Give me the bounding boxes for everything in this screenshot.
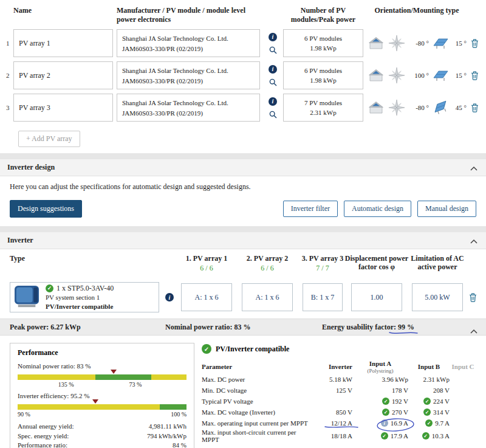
compatibility-panel: PV/Inverter compatible Parameter Inverte… [202, 343, 476, 448]
gauge-tick: 73 % [129, 381, 142, 388]
collapse-button[interactable] [470, 164, 477, 173]
trash-icon [469, 292, 477, 302]
gauge-marker [92, 399, 98, 404]
ac-limit-input[interactable]: 5.00 kW [412, 283, 463, 311]
peak-power: 1.98 kWp [310, 75, 336, 86]
house-icon [367, 68, 385, 83]
nominal-ratio-summary: Nominal power ratio: 83 % [165, 323, 250, 332]
performance-title: Performance [18, 348, 187, 357]
orientation-cell: 100 ° 15 ° [366, 67, 468, 84]
module-type: JAM60S03-330/PR (02/2019) [122, 44, 255, 54]
nominal-ratio-gauge [18, 374, 187, 380]
col-array1-count: 6 / 6 [200, 264, 213, 273]
module-type: JAM60S03-330/PR (02/2019) [122, 108, 255, 119]
inverter-design-description: Here you can adjust the specifications f… [10, 182, 476, 191]
col-header-name: Name [13, 6, 117, 15]
inverter-design-header: Inverter design [0, 159, 486, 176]
inverter-model: 1 x STP5.0-3AV-40 [56, 283, 114, 293]
compat-row: Typical PV voltage 192 V 224 V [202, 396, 476, 407]
cos-phi-input[interactable]: 1.00 [351, 283, 402, 311]
design-suggestions-button[interactable]: Design suggestions [10, 200, 82, 218]
info-icon[interactable] [269, 97, 277, 106]
summary-bar: Peak power: 6.27 kWp Nominal power ratio… [0, 319, 486, 336]
col-input-c: Input C [450, 363, 476, 371]
pv-array-section: Name Manufacturer / PV module / module l… [0, 0, 486, 153]
pen-underline-annotation [389, 331, 418, 336]
inverter-title: Inverter [7, 236, 33, 244]
col-array2-count: 6 / 6 [261, 264, 273, 273]
automatic-design-button[interactable]: Automatic design [344, 201, 411, 217]
pv-array-name-input[interactable] [13, 29, 113, 57]
row-index: 3 [5, 104, 13, 111]
module-selector[interactable]: Shanghai JA Solar Technology Co. Ltd. JA… [117, 94, 260, 122]
inverter-design-title: Inverter design [7, 163, 55, 171]
peak-power: 1.98 kWp [310, 43, 336, 53]
pv-design-app: Name Manufacturer / PV module / module l… [0, 0, 486, 448]
check-icon [423, 398, 431, 405]
delete-row-button[interactable] [468, 38, 481, 48]
azimuth-value: -80 ° [408, 40, 429, 47]
compass-icon [388, 35, 405, 52]
gauge-tick: 100 % [171, 411, 187, 418]
module-type: JAM60S03-330/PR (02/2019) [122, 76, 255, 86]
gauge-tick: 135 % [58, 381, 74, 388]
orientation-cell: -80 ° 45 ° [366, 99, 468, 116]
check-icon [381, 432, 388, 439]
info-icon[interactable] [165, 293, 174, 302]
array3-assignment[interactable]: B: 1 x 7 [303, 283, 343, 311]
info-icon[interactable] [269, 65, 277, 74]
search-icon[interactable] [269, 111, 277, 119]
search-icon[interactable] [269, 78, 277, 86]
delete-row-button[interactable] [468, 103, 481, 112]
col-input-a-sub: (Polystring) [352, 368, 408, 374]
inverter-table-header: Type 1. PV array 1 6 / 6 2. PV array 2 6… [0, 249, 486, 278]
usability-summary: Energy usability factor: 99 % [322, 323, 414, 332]
pv-array-name-input[interactable] [13, 94, 113, 122]
check-icon [423, 408, 431, 416]
collapse-button[interactable] [470, 325, 477, 336]
row-index: 2 [5, 72, 13, 79]
add-pv-array-button[interactable]: + Add PV array [18, 131, 80, 147]
search-icon[interactable] [269, 46, 277, 54]
check-icon [382, 398, 389, 405]
module-selector[interactable]: Shanghai JA Solar Technology Co. Ltd. JA… [117, 29, 260, 57]
stat-row: Performance ratio:84 % [18, 441, 187, 448]
nominal-ratio-label: Nominal power ratio: 83 % [18, 362, 187, 370]
compat-row: Max. DC voltage (Inverter) 850 V 270 V 3… [202, 407, 476, 418]
inverter-filter-button[interactable]: Inverter filter [283, 201, 338, 217]
solar-panel-icon [430, 98, 451, 117]
manual-design-button[interactable]: Manual design [417, 201, 476, 217]
gauge-tick: 90 % [18, 411, 30, 418]
tilt-value: 15 ° [452, 72, 467, 79]
col-header-modules: Number of PV modules/Peak power [281, 6, 366, 24]
house-icon [367, 36, 385, 50]
chevron-up-icon [470, 329, 477, 334]
compat-row: Max. DC power 5.18 kW 3.96 kWp 2.31 kWp [202, 374, 476, 385]
compass-icon [388, 99, 405, 116]
delete-row-button[interactable] [468, 71, 481, 80]
array1-assignment[interactable]: A: 1 x 6 [181, 283, 232, 311]
collapse-button[interactable] [470, 237, 477, 246]
inverter-icon [14, 285, 41, 309]
delete-inverter-button[interactable] [469, 292, 477, 302]
compat-table-header: Parameter Inverter Input A (Polystring) … [202, 360, 476, 374]
inverter-row: 1 x STP5.0-3AV-40 PV system section 1 PV… [0, 278, 486, 319]
inverter-design-section: Inverter design Here you can adjust the … [0, 159, 486, 226]
compat-row: Max. operating input current per MPPT 12… [202, 418, 476, 429]
module-count-box: 6 PV modules 1.98 kWp [283, 29, 363, 57]
house-icon [367, 100, 385, 115]
info-icon[interactable] [269, 33, 277, 41]
inverter-header: Inverter [0, 232, 486, 249]
inverter-type-box[interactable]: 1 x STP5.0-3AV-40 PV system section 1 PV… [10, 282, 159, 312]
compat-title-row: PV/Inverter compatible [202, 344, 476, 354]
solar-panel-icon [432, 68, 449, 83]
peak-power-summary: Peak power: 6.27 kWp [10, 323, 81, 332]
col-parameter: Parameter [202, 363, 309, 371]
pv-array-name-input[interactable] [13, 61, 113, 89]
trash-icon [471, 38, 479, 48]
azimuth-value: 100 ° [408, 72, 429, 79]
pv-array-row: 2 Shanghai JA Solar Technology Co. Ltd. … [5, 61, 481, 89]
col-inverter: Inverter [309, 363, 352, 371]
array2-assignment[interactable]: A: 1 x 6 [242, 283, 293, 311]
module-selector[interactable]: Shanghai JA Solar Technology Co. Ltd. JA… [117, 61, 260, 89]
